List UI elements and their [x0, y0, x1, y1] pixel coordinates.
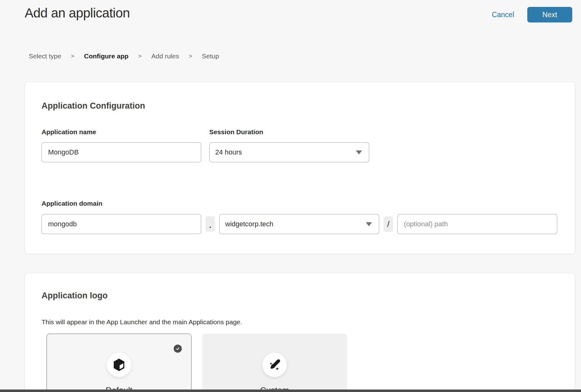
application-configuration-card: Application Configuration Application na… [25, 82, 575, 254]
logo-options-row: Default Custom [47, 334, 557, 392]
page-title: Add an application [25, 6, 130, 21]
bottom-edge-bar [0, 390, 581, 392]
chevron-down-icon [356, 150, 362, 154]
chevron-down-icon [366, 222, 372, 226]
name-session-row: Application name Session Duration 24 hou… [42, 128, 557, 162]
step-add-rules[interactable]: Add rules [151, 52, 179, 60]
application-domain-label: Application domain [42, 200, 557, 207]
application-name-input[interactable] [42, 142, 201, 162]
header-actions: Cancel Next [492, 7, 572, 22]
domain-select-value: widgetcorp.tech [225, 220, 273, 228]
step-separator: > [71, 53, 74, 60]
application-name-label: Application name [42, 128, 201, 136]
page-header: Add an application Cancel Next [0, 0, 581, 34]
logo-card-heading: Application logo [42, 291, 557, 301]
subdomain-input[interactable] [42, 214, 201, 234]
step-separator: > [138, 53, 142, 60]
selected-check-badge [174, 345, 182, 353]
session-duration-label: Session Duration [209, 128, 369, 136]
logo-card-description: This will appear in the App Launcher and… [42, 318, 557, 326]
session-duration-select[interactable]: 24 hours [209, 142, 369, 162]
session-duration-field-group: Session Duration 24 hours [209, 128, 369, 162]
session-duration-value: 24 hours [215, 148, 242, 156]
custom-logo-circle [262, 353, 287, 377]
path-input[interactable] [397, 214, 557, 234]
breadcrumb: Select type > Configure app > Add rules … [29, 52, 219, 60]
dot-separator: . [206, 216, 215, 232]
step-separator: > [189, 53, 192, 60]
step-configure-app[interactable]: Configure app [84, 52, 128, 60]
domain-select[interactable]: widgetcorp.tech [219, 214, 379, 234]
step-setup[interactable]: Setup [202, 52, 219, 60]
logo-option-default[interactable]: Default [47, 334, 191, 392]
cancel-button[interactable]: Cancel [492, 11, 514, 19]
default-logo-circle [107, 353, 131, 377]
paintbrush-icon [268, 358, 281, 372]
step-select-type[interactable]: Select type [29, 52, 61, 60]
config-card-heading: Application Configuration [42, 101, 557, 111]
cube-icon [113, 358, 125, 372]
logo-option-custom[interactable]: Custom [202, 334, 347, 392]
application-logo-card: Application logo This will appear in the… [25, 273, 575, 392]
slash-separator: / [384, 216, 393, 232]
application-domain-row: . widgetcorp.tech / [42, 214, 557, 234]
application-name-field-group: Application name [42, 128, 201, 162]
check-icon [175, 346, 180, 351]
next-button[interactable]: Next [527, 7, 572, 22]
